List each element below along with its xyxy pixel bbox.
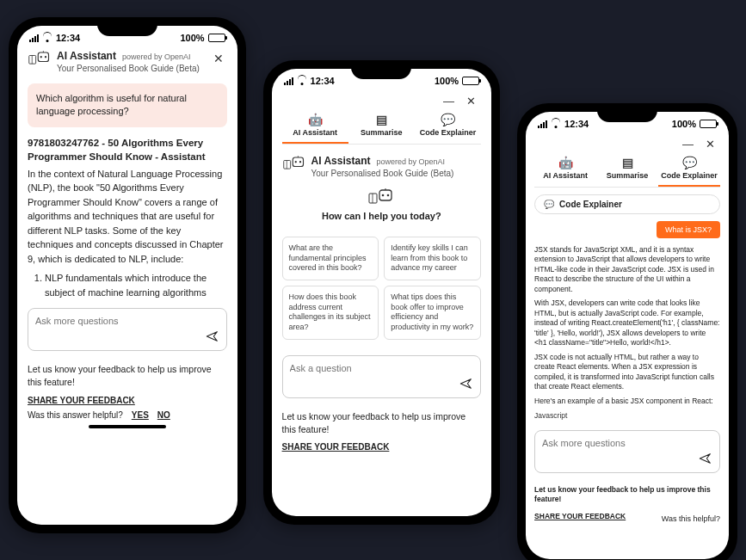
helpful-no-button[interactable]: NO bbox=[157, 410, 170, 420]
tab-label: Summarise bbox=[607, 171, 649, 180]
tab-label: Code Explainer bbox=[420, 128, 477, 137]
svg-point-7 bbox=[294, 161, 296, 163]
app-header: AI Assistant powered by OpenAI Your Pers… bbox=[28, 46, 227, 78]
screen-3: 12:34 100% — ✕ 🤖 AI Assistant ▤ Summaris… bbox=[526, 112, 729, 559]
bot-icon bbox=[282, 155, 306, 170]
notch bbox=[97, 17, 157, 36]
battery-icon bbox=[462, 77, 479, 85]
home-indicator[interactable] bbox=[89, 425, 166, 428]
powered-by-label: powered by OpenAI bbox=[377, 157, 446, 166]
helpful-row: Was this answer helpful? YES NO bbox=[28, 410, 227, 420]
chat-icon: 💬 bbox=[544, 200, 554, 209]
help-prompt: How can I help you today? bbox=[282, 188, 482, 221]
app-tagline: Your Personalised Book Guide (Beta) bbox=[57, 64, 205, 73]
powered-by-label: powered by OpenAI bbox=[122, 52, 191, 61]
status-time: 12:34 bbox=[564, 119, 589, 129]
explainer-para: With JSX, developers can write code that… bbox=[534, 298, 720, 348]
battery-icon bbox=[700, 120, 717, 128]
window-controls: — ✕ bbox=[534, 132, 720, 152]
question-input-box[interactable] bbox=[28, 308, 227, 351]
answer-title: 9781803247762 - 50 Algorithms Every Prog… bbox=[28, 136, 227, 163]
notch bbox=[597, 103, 657, 122]
explainer-para: JSX code is not actually HTML, but rathe… bbox=[534, 353, 720, 392]
tab-code-explainer[interactable]: 💬 Code Explainer bbox=[415, 109, 481, 144]
minimize-icon[interactable]: — bbox=[682, 138, 694, 151]
suggestion-card[interactable]: How does this book address current chall… bbox=[282, 286, 379, 340]
user-question: Which algorithm is useful for natural la… bbox=[28, 83, 227, 127]
tab-label: AI Assistant bbox=[293, 128, 337, 137]
app-title: AI Assistant bbox=[311, 155, 371, 167]
helpful-question: Was this answer helpful? bbox=[28, 410, 123, 420]
share-feedback-link[interactable]: SHARE YOUR FEEDBACK bbox=[28, 396, 227, 405]
helpful-yes-button[interactable]: YES bbox=[132, 410, 149, 420]
svg-point-1 bbox=[40, 56, 42, 58]
signal-icon bbox=[29, 34, 39, 42]
suggestion-grid: What are the fundamental principles cove… bbox=[282, 237, 482, 340]
answer-list-item: NLP fundamentals which introduce the sub… bbox=[45, 271, 227, 299]
chat-icon: 💬 bbox=[416, 113, 479, 126]
question-input[interactable] bbox=[542, 438, 712, 448]
battery-icon bbox=[208, 34, 225, 42]
app-tagline: Your Personalised Book Guide (Beta) bbox=[311, 169, 482, 178]
tab-label: AI Assistant bbox=[543, 171, 588, 180]
tabs: 🤖 AI Assistant ▤ Summarise 💬 Code Explai… bbox=[282, 109, 482, 145]
bot-icon bbox=[367, 188, 395, 207]
send-icon[interactable] bbox=[459, 377, 473, 392]
close-icon[interactable]: ✕ bbox=[210, 50, 227, 67]
share-feedback-link[interactable]: SHARE YOUR FEEDBACK bbox=[534, 512, 626, 520]
status-time: 12:34 bbox=[311, 76, 335, 86]
answer-body-text: In the context of Natural Language Proce… bbox=[28, 169, 223, 264]
screen-1: 12:34 100% AI Assistant powered by OpenA… bbox=[17, 26, 237, 525]
phone-frame-2: 12:34 100% — ✕ 🤖 AI Assistant ▤ Summaris… bbox=[263, 60, 501, 525]
bot-icon: 🤖 bbox=[536, 156, 595, 169]
user-question-chip: What is JSX? bbox=[657, 221, 720, 238]
svg-point-8 bbox=[299, 161, 300, 163]
close-icon[interactable]: ✕ bbox=[706, 138, 715, 151]
svg-point-14 bbox=[387, 194, 390, 197]
code-explainer-label-text: Code Explainer bbox=[559, 200, 622, 209]
tab-summarise[interactable]: ▤ Summarise bbox=[348, 109, 415, 144]
svg-rect-0 bbox=[38, 52, 48, 62]
document-icon: ▤ bbox=[598, 156, 657, 169]
answer-body: In the context of Natural Language Proce… bbox=[28, 167, 227, 300]
explainer-para: Here's an example of a basic JSX compone… bbox=[534, 397, 720, 406]
feedback-message: Let us know your feedback to help us imp… bbox=[534, 485, 720, 506]
question-input-box[interactable] bbox=[534, 430, 720, 473]
tab-ai-assistant[interactable]: 🤖 AI Assistant bbox=[282, 109, 348, 144]
svg-rect-4 bbox=[29, 56, 36, 65]
question-input-box[interactable] bbox=[282, 355, 482, 398]
screen-2: 12:34 100% — ✕ 🤖 AI Assistant ▤ Summaris… bbox=[272, 69, 492, 516]
suggestion-card[interactable]: What tips does this book offer to improv… bbox=[384, 286, 481, 340]
tab-label: Code Explainer bbox=[661, 171, 718, 180]
question-input[interactable] bbox=[290, 363, 474, 373]
tab-ai-assistant[interactable]: 🤖 AI Assistant bbox=[534, 152, 596, 187]
explainer-body: JSX stands for JavaScript XML, and it is… bbox=[534, 245, 720, 422]
explainer-para: JSX stands for JavaScript XML, and it is… bbox=[534, 245, 720, 294]
signal-icon bbox=[284, 77, 293, 85]
question-input[interactable] bbox=[35, 316, 219, 326]
send-icon[interactable] bbox=[206, 329, 219, 345]
feedback-message: Let us know your feedback to help us imp… bbox=[28, 363, 227, 388]
send-icon[interactable] bbox=[699, 452, 712, 467]
share-feedback-link[interactable]: SHARE YOUR FEEDBACK bbox=[282, 442, 482, 452]
help-heading: How can I help you today? bbox=[282, 211, 482, 221]
tab-summarise[interactable]: ▤ Summarise bbox=[596, 152, 658, 187]
svg-rect-6 bbox=[293, 157, 303, 167]
suggestion-card[interactable]: Identify key skills I can learn from thi… bbox=[384, 237, 481, 280]
bot-icon: 🤖 bbox=[284, 113, 347, 126]
window-controls: — ✕ bbox=[282, 89, 482, 109]
status-time: 12:34 bbox=[56, 33, 80, 43]
status-battery-text: 100% bbox=[435, 76, 459, 86]
feedback-message: Let us know your feedback to help us imp… bbox=[282, 410, 482, 435]
notch bbox=[351, 60, 411, 79]
user-chip-row: What is JSX? bbox=[534, 221, 720, 238]
phone-frame-3: 12:34 100% — ✕ 🤖 AI Assistant ▤ Summaris… bbox=[517, 103, 737, 560]
suggestion-card[interactable]: What are the fundamental principles cove… bbox=[282, 237, 379, 280]
wifi-icon bbox=[551, 120, 561, 128]
svg-point-13 bbox=[382, 194, 385, 197]
close-icon[interactable]: ✕ bbox=[466, 95, 476, 108]
minimize-icon[interactable]: — bbox=[443, 95, 454, 108]
svg-rect-16 bbox=[369, 194, 377, 203]
signal-icon bbox=[538, 120, 547, 128]
tab-code-explainer[interactable]: 💬 Code Explainer bbox=[658, 152, 720, 187]
